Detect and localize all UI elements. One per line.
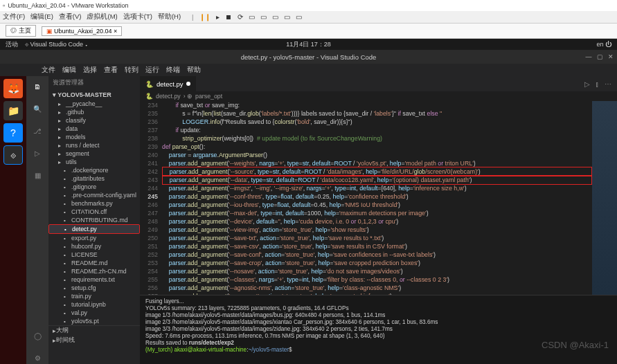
tree-item[interactable]: •val.py <box>48 309 140 317</box>
editor-tabs[interactable]: 🐍 detect.py ▷⫿⋯ <box>140 76 617 91</box>
split-icon[interactable]: ⫿ <box>596 80 599 88</box>
editor-area: 🐍 detect.py ▷⫿⋯ 🐍 detect.py › ⊕ parse_op… <box>140 76 617 364</box>
minimize-icon[interactable]: — <box>585 53 592 60</box>
vmware-titlebar: ▫Ubuntu_Akaxi_20.04 - VMware Workstation <box>0 0 617 11</box>
dirty-icon <box>186 82 190 86</box>
tree-item[interactable]: ▸classify <box>48 116 140 125</box>
tree-item[interactable]: •export.py <box>48 234 140 242</box>
tree-item[interactable]: •README.md <box>48 259 140 267</box>
tree-item[interactable]: ▸.github <box>48 108 140 116</box>
tree-item[interactable]: •.gitignore <box>48 183 140 191</box>
firefox-icon[interactable]: 🦊 <box>3 79 23 98</box>
tree-item[interactable]: •hubconf.py <box>48 242 140 251</box>
terminal-panel[interactable]: Fusing layers...YOLOv5s summary: 213 lay… <box>140 295 617 364</box>
tree-item[interactable]: ▸__pycache__ <box>48 100 140 108</box>
breadcrumb[interactable]: 🐍 detect.py › ⊕ parse_opt <box>140 91 617 101</box>
watermark: CSDN @Akaxi-1 <box>542 340 609 350</box>
tree-item[interactable]: •benchmarks.py <box>48 199 140 208</box>
extensions-icon[interactable]: ▦ <box>31 169 44 181</box>
tree-item[interactable]: ▸data <box>48 125 140 133</box>
tree-item[interactable]: ▸models <box>48 133 140 141</box>
pause-icon[interactable]: ❙❙ <box>199 13 211 21</box>
tree-item[interactable]: •requirements.txt <box>48 275 140 284</box>
tree-item[interactable]: ▸segment <box>48 149 140 158</box>
vm-tab[interactable]: ▣ Ubuntu_Akaxi_20.04 × <box>42 26 123 36</box>
search-icon[interactable]: 🔍 <box>31 102 44 115</box>
tree-item[interactable]: •train.py <box>48 292 140 300</box>
tree-item[interactable]: •.gitattributes <box>48 174 140 183</box>
maximize-icon[interactable]: ▢ <box>596 53 603 60</box>
vmware-menubar[interactable]: 文件(F)编辑(E)查看(V)虚拟机(M)选项卡(T)帮助(H) | ❙❙ ▸ … <box>0 11 617 24</box>
vscode-icon[interactable]: ⟐ <box>3 145 23 165</box>
more-icon[interactable]: ⋯ <box>605 80 611 88</box>
tree-item[interactable]: •.dockerignore <box>48 166 140 174</box>
activity-bar[interactable]: 🗎 🔍 ⎇ ▷ ▦ ◯ ⚙ <box>26 76 48 364</box>
code-editor[interactable]: 2342352362372382392402412422432442452462… <box>140 101 617 295</box>
tree-item[interactable]: ▸runs / detect <box>48 141 140 149</box>
debug-icon[interactable]: ▷ <box>31 147 44 159</box>
minimap[interactable] <box>592 101 617 295</box>
vm-display: 活动 ⟐ Visual Studio Code ▾ 11月4日 17：28 en… <box>0 39 617 364</box>
tree-item[interactable]: •yolov5s.pt <box>48 317 140 325</box>
ubuntu-dock[interactable]: 🦊 📁 ? ⟐ <box>0 76 26 364</box>
close-icon[interactable]: ✕ <box>607 53 614 60</box>
tree-item[interactable]: ▸utils <box>48 158 140 166</box>
tree-item[interactable]: •setup.cfg <box>48 284 140 292</box>
stop-icon[interactable]: ⏹ <box>225 13 232 21</box>
vscode-titlebar: detect.py - yolov5-master - Visual Studi… <box>0 50 617 64</box>
vmware-tabbar: ◎ 主页 ▣ Ubuntu_Akaxi_20.04 × <box>0 24 617 39</box>
vscode-menubar[interactable]: 文件编辑选择查看转到运行终端帮助 <box>0 64 617 76</box>
tree-item[interactable]: •tutorial.ipynb <box>48 300 140 309</box>
tree-item[interactable]: •CONTRIBUTING.md <box>48 216 140 224</box>
home-tab[interactable]: ◎ 主页 <box>6 25 36 37</box>
ubuntu-topbar[interactable]: 活动 ⟐ Visual Studio Code ▾ 11月4日 17：28 en… <box>0 39 617 50</box>
file-detect-py[interactable]: •detect.py <box>48 224 140 234</box>
snapshot-icon[interactable]: ⟳ <box>238 13 243 21</box>
project-root[interactable]: ▾ YOLOV5-MASTER <box>48 90 140 100</box>
account-icon[interactable]: ◯ <box>31 329 44 342</box>
tree-item[interactable]: •LICENSE <box>48 251 140 259</box>
play-icon[interactable]: ▸ <box>216 13 220 21</box>
run-icon[interactable]: ▷ <box>584 80 590 88</box>
help-icon[interactable]: ? <box>3 123 23 143</box>
files-icon[interactable]: 📁 <box>3 101 23 120</box>
tree-item[interactable]: •CITATION.cff <box>48 208 140 216</box>
tree-item[interactable]: •.pre-commit-config.yaml <box>48 191 140 199</box>
tree-item[interactable]: •README.zh-CN.md <box>48 267 140 275</box>
scm-icon[interactable]: ⎇ <box>31 125 44 137</box>
tab-detect[interactable]: 🐍 detect.py <box>140 76 197 91</box>
gear-icon[interactable]: ⚙ <box>31 352 44 364</box>
explorer-sidebar[interactable]: 资源管理器 ▾ YOLOV5-MASTER ▸__pycache__▸.gith… <box>48 76 140 364</box>
explorer-icon[interactable]: 🗎 <box>31 80 44 93</box>
